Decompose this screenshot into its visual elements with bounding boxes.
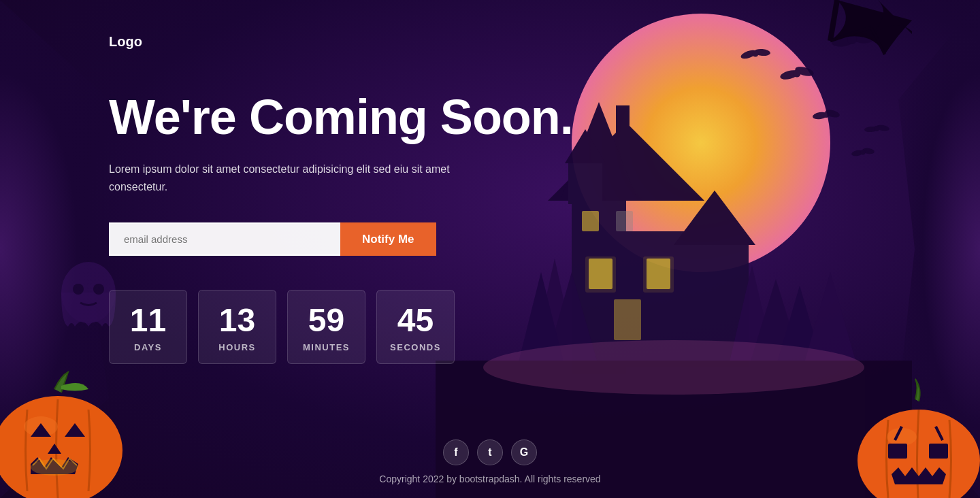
facebook-link[interactable]: f (443, 439, 469, 465)
svg-point-8 (753, 51, 759, 57)
svg-rect-34 (614, 299, 641, 340)
minutes-value: 59 (295, 304, 358, 337)
svg-line-18 (830, 0, 837, 41)
email-input[interactable] (109, 222, 340, 256)
countdown-seconds: 45 SECONDS (376, 290, 455, 364)
minutes-label: MINUTES (295, 342, 358, 352)
countdown-days: 11 DAYS (109, 290, 187, 364)
twitter-link[interactable]: t (477, 439, 503, 465)
svg-point-11 (823, 112, 829, 118)
hours-label: HOURS (206, 342, 269, 352)
twitter-icon: t (488, 446, 491, 459)
description: Lorem ipsum dolor sit amet consectetur a… (109, 161, 504, 195)
svg-point-60 (93, 284, 104, 295)
svg-rect-33 (616, 211, 633, 231)
countdown-minutes: 59 MINUTES (287, 290, 365, 364)
facebook-icon: f (454, 446, 457, 459)
logo: Logo (109, 34, 585, 50)
svg-point-59 (73, 284, 84, 295)
headline: We're Coming Soon. (109, 90, 585, 144)
notify-button[interactable]: Notify Me (340, 222, 436, 256)
countdown-hours: 13 HOURS (198, 290, 276, 364)
main-content: Logo We're Coming Soon. Lorem ipsum dolo… (109, 34, 585, 405)
seconds-value: 45 (384, 304, 447, 337)
footer: f t G Copyright 2022 by bootstrapdash. A… (0, 439, 980, 484)
copyright-text: Copyright 2022 by bootstrapdash. All rig… (379, 474, 600, 484)
social-icons: f t G (443, 439, 537, 465)
days-label: DAYS (116, 342, 180, 352)
svg-rect-35 (585, 256, 616, 293)
svg-point-14 (874, 126, 879, 131)
hours-value: 13 (206, 304, 269, 337)
countdown: 11 DAYS 13 HOURS 59 MINUTES 45 SECONDS (109, 290, 585, 364)
days-value: 11 (116, 304, 180, 337)
google-link[interactable]: G (511, 439, 537, 465)
email-form: Notify Me (109, 222, 585, 256)
svg-point-17 (861, 150, 866, 155)
svg-rect-29 (616, 105, 630, 133)
google-icon: G (520, 446, 528, 459)
svg-rect-36 (643, 256, 674, 293)
seconds-label: SECONDS (384, 342, 447, 352)
svg-point-5 (794, 70, 801, 78)
